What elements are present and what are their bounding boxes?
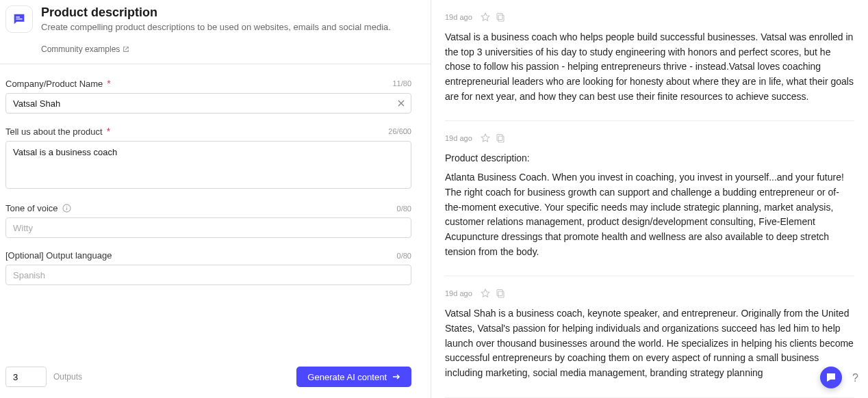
language-input[interactable] <box>5 265 411 285</box>
label-tone: Tone of voice <box>5 203 58 213</box>
left-form-panel: Product description Create compelling pr… <box>0 0 431 398</box>
external-link-icon <box>123 46 129 53</box>
output-action-icons <box>481 289 505 298</box>
svg-rect-8 <box>497 135 502 141</box>
output-meta-row: 19d ago <box>445 12 854 22</box>
outputs-label: Outputs <box>53 372 82 382</box>
star-icon[interactable] <box>481 289 490 298</box>
output-item: 19d agoVatsal Shah is a business coach, … <box>445 276 854 397</box>
required-marker: * <box>107 126 110 137</box>
chat-bubble-icon <box>12 12 27 27</box>
output-meta-row: 19d ago <box>445 289 854 298</box>
help-question-mark[interactable]: ? <box>852 372 858 384</box>
community-label: Community examples <box>41 44 120 54</box>
output-text[interactable]: Product description:Atlanta Business Coa… <box>445 151 854 259</box>
required-marker: * <box>107 78 110 89</box>
label-language: [Optional] Output language <box>5 250 112 261</box>
copy-icon[interactable] <box>496 133 505 143</box>
output-action-icons <box>481 12 505 22</box>
field-about: Tell us about the product * 26/600 Vatsa… <box>5 126 411 191</box>
svg-point-4 <box>66 206 67 207</box>
svg-rect-7 <box>498 136 504 142</box>
output-item: 19d agoVatsal is a business coach who he… <box>445 0 854 121</box>
svg-rect-9 <box>498 291 504 297</box>
arrow-right-icon <box>392 373 400 380</box>
copy-icon[interactable] <box>496 12 505 22</box>
page-subtitle: Create compelling product descriptions t… <box>41 21 411 34</box>
field-tone: Tone of voice 0/80 <box>5 203 411 238</box>
header-text: Product description Create compelling pr… <box>41 5 411 34</box>
outputs-panel: 19d agoVatsal is a business coach who he… <box>431 0 868 398</box>
page-title: Product description <box>41 5 411 20</box>
output-text[interactable]: Vatsal Shah is a business coach, keynote… <box>445 306 854 380</box>
svg-rect-6 <box>497 14 502 20</box>
label-about: Tell us about the product <box>5 127 103 137</box>
svg-rect-10 <box>497 290 502 296</box>
star-icon[interactable] <box>481 133 490 143</box>
field-language: [Optional] Output language 0/80 <box>5 250 411 285</box>
company-input[interactable] <box>5 93 411 114</box>
prompt-logo <box>5 5 33 33</box>
help-chat-button[interactable] <box>820 367 842 388</box>
counter-about: 26/600 <box>388 127 411 135</box>
svg-rect-0 <box>16 16 20 17</box>
tone-input[interactable] <box>5 217 411 238</box>
svg-rect-1 <box>16 18 22 19</box>
output-action-icons <box>481 133 505 143</box>
copy-icon[interactable] <box>496 289 505 298</box>
output-meta-row: 19d ago <box>445 133 854 143</box>
info-icon[interactable] <box>62 204 71 213</box>
bottom-bar: Outputs Generate AI content <box>5 353 411 387</box>
chat-help-icon <box>826 372 837 383</box>
time-ago: 19d ago <box>445 13 472 21</box>
clear-input-icon[interactable] <box>396 98 406 108</box>
generate-label: Generate AI content <box>307 372 387 382</box>
output-text[interactable]: Vatsal is a business coach who helps peo… <box>445 30 854 104</box>
about-textarea[interactable]: Vatsal is a business coach <box>5 141 411 189</box>
field-company: Company/Product Name * 11/80 <box>5 78 411 114</box>
time-ago: 19d ago <box>445 134 472 142</box>
output-count-input[interactable] <box>5 367 47 387</box>
label-company: Company/Product Name <box>5 79 103 89</box>
output-item: 19d agoProduct description:Atlanta Busin… <box>445 121 854 276</box>
divider <box>0 64 431 64</box>
svg-rect-5 <box>498 15 504 21</box>
counter-company: 11/80 <box>392 79 411 88</box>
time-ago: 19d ago <box>445 289 472 297</box>
header: Product description Create compelling pr… <box>5 5 411 39</box>
counter-tone: 0/80 <box>397 204 411 213</box>
community-examples-link[interactable]: Community examples <box>41 44 411 54</box>
star-icon[interactable] <box>481 12 490 22</box>
generate-button[interactable]: Generate AI content <box>296 367 411 387</box>
counter-language: 0/80 <box>397 252 411 260</box>
